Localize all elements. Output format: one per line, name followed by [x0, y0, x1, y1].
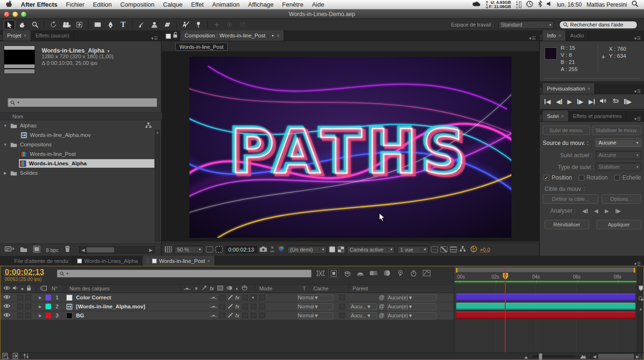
panel-grip[interactable]	[540, 88, 542, 94]
close-tab-icon[interactable]: ×	[24, 33, 27, 38]
pickwhip-icon[interactable]: @	[379, 294, 385, 301]
lock-column-icon[interactable]	[27, 285, 31, 292]
menu-fichier[interactable]: Fichier	[66, 1, 84, 8]
track-type-dropdown[interactable]: Stabiliser ▼	[596, 162, 641, 171]
scroll-left-icon[interactable]: ◀	[80, 248, 87, 252]
eraser-tool[interactable]	[161, 20, 173, 29]
rotation-tool[interactable]	[48, 20, 59, 29]
menu-after-effects[interactable]: After Effects	[21, 1, 57, 8]
roto-brush-tool[interactable]	[180, 20, 191, 29]
solo-column-icon[interactable]: ●	[21, 286, 24, 291]
hand-tool[interactable]	[17, 20, 28, 29]
workspace-dropdown[interactable]: Standard ▼	[498, 20, 554, 29]
local-axis-mode-icon[interactable]	[211, 20, 223, 29]
preserve-transparency-toggle[interactable]	[339, 304, 345, 309]
last-frame-button[interactable]: ▶	[589, 98, 595, 105]
exposure-icon[interactable]	[470, 245, 477, 253]
always-preview-icon[interactable]	[165, 246, 172, 252]
tab-composition[interactable]: Composition : Words-in-line_Post ▼ ×	[180, 30, 284, 41]
previous-frame-button[interactable]: ◀	[556, 98, 562, 105]
hide-shy-layers-toggle[interactable]	[355, 269, 366, 278]
scroll-left-icon[interactable]: ◀	[591, 354, 598, 359]
twirl-icon[interactable]: ▶	[39, 305, 42, 309]
eye-toggle[interactable]	[3, 295, 10, 300]
rotation-checkbox[interactable]	[579, 175, 584, 180]
show-channel-icon[interactable]	[277, 246, 285, 253]
t-column-label[interactable]: T	[303, 286, 306, 291]
scroll-up-icon[interactable]: ▲	[155, 130, 160, 135]
menu-affichage[interactable]: Affichage	[248, 1, 274, 8]
motion-source-dropdown[interactable]: Aucune ▼	[596, 138, 641, 147]
work-area-start-handle[interactable]	[456, 268, 458, 273]
panel-menu-icon[interactable]: ▾☰	[148, 36, 161, 41]
snapshot-icon[interactable]	[259, 246, 267, 253]
layer-row-1[interactable]: ▶ 1 Color Correct fx ◐ Normal▼ @ Aucun(e…	[0, 293, 454, 302]
layer-bar-1[interactable]	[456, 294, 635, 301]
track-matte-dropdown[interactable]: Aucu...▼	[350, 303, 377, 310]
tree-item-folder-alphas[interactable]: ▼ Alphas	[0, 121, 162, 130]
fx-toggle[interactable]: fx	[235, 295, 240, 300]
close-tab-icon[interactable]: ×	[558, 33, 561, 38]
frame-blending-toggle[interactable]	[368, 269, 379, 278]
view-axis-mode-icon[interactable]	[237, 20, 248, 29]
parent-dropdown[interactable]: Aucun(e)▼	[387, 303, 437, 310]
work-area-bar[interactable]	[455, 267, 636, 272]
eye-toggle[interactable]	[3, 304, 10, 309]
layer-row-2[interactable]: ▶ 2 [Words-in-line_Alpha.mov] fx Normal▼…	[0, 302, 454, 311]
menu-edition[interactable]: Edition	[93, 1, 112, 8]
close-tab-icon[interactable]: ×	[277, 33, 279, 38]
quality-column-icon[interactable]	[202, 286, 206, 291]
solo-toggle[interactable]	[25, 295, 31, 300]
draft-3d-toggle[interactable]	[342, 269, 352, 278]
collapse-toggle[interactable]	[219, 304, 225, 309]
position-checkbox[interactable]: ✓	[544, 175, 549, 180]
track-motion-button[interactable]: Suivi de mouv.	[543, 126, 590, 135]
solo-toggle[interactable]	[25, 304, 31, 309]
solo-toggle[interactable]	[25, 313, 31, 318]
twirl-open-icon[interactable]: ▼	[3, 124, 8, 128]
eye-column-icon[interactable]	[3, 286, 10, 291]
stabilize-motion-button[interactable]: Stabiliser le mouv.	[592, 126, 641, 135]
twirl-closed-icon[interactable]: ▶	[3, 171, 8, 175]
fx-toggle[interactable]: fx	[235, 304, 240, 309]
menu-aide[interactable]: Aide	[312, 1, 324, 8]
label-column-icon[interactable]	[40, 286, 47, 292]
frame-blend-toggle[interactable]	[242, 304, 248, 309]
flowchart-column-icon[interactable]	[145, 122, 152, 129]
shy-toggle[interactable]	[210, 313, 217, 318]
reset-button[interactable]: Réinitialiser	[545, 220, 589, 229]
panel-grip[interactable]	[540, 35, 542, 41]
panel-menu-icon[interactable]: ▾☰	[631, 89, 644, 94]
play-button[interactable]: ▶	[567, 98, 572, 105]
parent-dropdown[interactable]: Aucun(e)▼	[387, 312, 437, 319]
cloud-icon[interactable]	[472, 1, 481, 8]
options-button[interactable]: Options...	[601, 194, 641, 204]
brainstorm-button[interactable]	[395, 269, 405, 278]
3d-column-icon[interactable]	[242, 285, 247, 292]
panel-grip[interactable]	[0, 35, 2, 41]
interpret-footage-icon[interactable]	[5, 246, 14, 254]
expand-layer-switches-icon[interactable]	[2, 352, 9, 360]
menu-effet[interactable]: Effet	[191, 1, 204, 8]
magnification-dropdown[interactable]: 50 % ▼	[174, 245, 204, 254]
current-time-display[interactable]: 0:00:02:13	[5, 268, 44, 277]
comp-breadcrumb-chip[interactable]: Words-in-line_Post	[175, 43, 228, 51]
fx-column-icon[interactable]: fx	[210, 286, 214, 291]
panel-menu-icon[interactable]: ▾☰	[631, 36, 644, 41]
frame-blend-column-icon[interactable]	[217, 286, 223, 291]
analyze-backward-1-button[interactable]: ◀	[582, 208, 587, 214]
tree-item-comp-alpha-selected[interactable]: Words-in-Lines_Alpha	[0, 159, 162, 168]
toggle-transparency-icon[interactable]	[329, 246, 335, 252]
scroll-right-icon[interactable]: ▶	[147, 248, 154, 252]
puppet-pin-tool[interactable]	[193, 20, 204, 29]
layer-bar-3[interactable]	[456, 312, 635, 319]
track-area[interactable]	[454, 284, 637, 352]
quality-toggle[interactable]	[228, 295, 233, 301]
shy-toggle[interactable]	[210, 295, 217, 300]
audio-toggle[interactable]	[17, 313, 23, 318]
first-frame-button[interactable]: ◀	[545, 98, 551, 105]
zoom-out-mountain-icon[interactable]	[524, 352, 528, 360]
composition-mini-flowchart-icon[interactable]	[315, 269, 326, 278]
bluetooth-icon[interactable]	[538, 0, 542, 9]
work-area-end-handle[interactable]	[633, 268, 635, 273]
